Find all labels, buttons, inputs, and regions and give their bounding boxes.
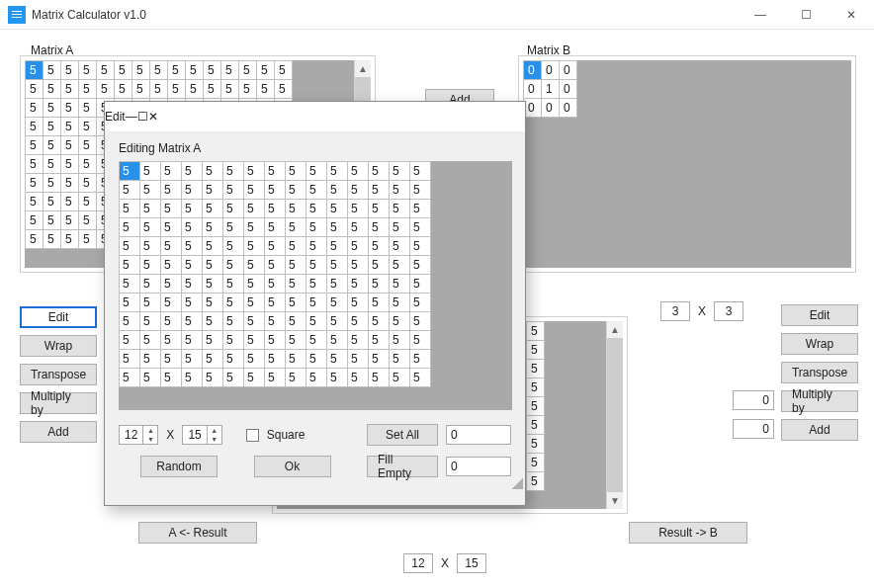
grid-cell[interactable]: 5 bbox=[369, 331, 390, 350]
grid-cell[interactable]: 5 bbox=[390, 275, 410, 294]
grid-cell[interactable]: 5 bbox=[348, 256, 369, 275]
grid-cell[interactable]: 5 bbox=[79, 155, 97, 174]
result-cols-field[interactable]: 15 bbox=[457, 553, 486, 573]
grid-cell[interactable]: 5 bbox=[140, 331, 161, 350]
grid-cell[interactable]: 5 bbox=[44, 155, 61, 174]
grid-cell[interactable]: 5 bbox=[161, 200, 182, 218]
chevron-up-icon[interactable]: ▲ bbox=[143, 426, 157, 435]
grid-cell[interactable]: 5 bbox=[265, 256, 286, 275]
grid-cell[interactable]: 5 bbox=[140, 312, 161, 331]
grid-cell[interactable]: 5 bbox=[161, 312, 182, 331]
grid-cell[interactable]: 5 bbox=[182, 237, 203, 256]
grid-cell[interactable]: 5 bbox=[369, 256, 390, 275]
result-to-b-button[interactable]: Result -> B bbox=[629, 522, 747, 544]
grid-cell[interactable]: 5 bbox=[348, 294, 369, 312]
grid-cell[interactable]: 5 bbox=[410, 312, 431, 331]
grid-cell[interactable]: 5 bbox=[327, 275, 348, 294]
square-checkbox[interactable] bbox=[246, 429, 259, 442]
grid-cell[interactable]: 5 bbox=[348, 350, 369, 369]
matrix-b-add-button[interactable]: Add bbox=[781, 419, 858, 441]
matrix-a-transpose-button[interactable]: Transpose bbox=[20, 364, 97, 385]
grid-cell[interactable]: 5 bbox=[327, 237, 348, 256]
grid-cell[interactable]: 5 bbox=[286, 218, 306, 237]
grid-cell[interactable]: 5 bbox=[369, 218, 390, 237]
chevron-down-icon[interactable]: ▼ bbox=[208, 435, 221, 444]
grid-cell[interactable]: 5 bbox=[257, 80, 275, 99]
grid-cell[interactable]: 5 bbox=[390, 350, 410, 369]
edit-dialog-titlebar[interactable]: Edit — ☐ ✕ bbox=[105, 102, 525, 131]
grid-cell[interactable]: 5 bbox=[61, 230, 79, 249]
grid-cell[interactable]: 5 bbox=[161, 256, 182, 275]
matrix-b-multiply-field[interactable]: 0 bbox=[733, 390, 774, 410]
grid-cell[interactable]: 5 bbox=[410, 331, 431, 350]
grid-cell[interactable]: 5 bbox=[26, 174, 44, 193]
scroll-up-icon[interactable]: ▲ bbox=[355, 60, 371, 77]
grid-cell[interactable]: 0 bbox=[524, 80, 542, 99]
grid-cell[interactable]: 5 bbox=[223, 200, 244, 218]
grid-cell[interactable]: 5 bbox=[203, 237, 223, 256]
edit-grid[interactable]: 5555555555555555555555555555555555555555… bbox=[119, 161, 512, 410]
grid-cell[interactable]: 5 bbox=[244, 312, 265, 331]
grid-cell[interactable]: 5 bbox=[161, 294, 182, 312]
grid-cell[interactable]: 5 bbox=[348, 275, 369, 294]
grid-cell[interactable]: 5 bbox=[348, 218, 369, 237]
maximize-button[interactable]: ☐ bbox=[783, 0, 829, 30]
grid-cell[interactable]: 0 bbox=[560, 61, 577, 80]
grid-cell[interactable]: 5 bbox=[79, 61, 97, 80]
grid-cell[interactable]: 5 bbox=[140, 294, 161, 312]
grid-cell[interactable]: 5 bbox=[115, 80, 132, 99]
matrix-a-multiply-button[interactable]: Multiply by bbox=[20, 392, 97, 414]
grid-cell[interactable]: 5 bbox=[306, 275, 327, 294]
grid-cell[interactable]: 5 bbox=[244, 162, 265, 181]
fill-empty-button[interactable]: Fill Empty bbox=[367, 456, 438, 477]
grid-cell[interactable]: 5 bbox=[327, 256, 348, 275]
grid-cell[interactable]: 5 bbox=[140, 218, 161, 237]
grid-cell[interactable]: 5 bbox=[327, 312, 348, 331]
grid-cell[interactable]: 5 bbox=[369, 237, 390, 256]
grid-cell[interactable]: 0 bbox=[560, 99, 577, 118]
grid-cell[interactable]: 5 bbox=[168, 80, 186, 99]
grid-cell[interactable]: 5 bbox=[120, 369, 140, 387]
grid-cell[interactable]: 5 bbox=[327, 369, 348, 387]
grid-cell[interactable]: 5 bbox=[306, 331, 327, 350]
grid-cell[interactable]: 5 bbox=[390, 369, 410, 387]
grid-cell[interactable]: 5 bbox=[182, 331, 203, 350]
matrix-a-add-button[interactable]: Add bbox=[20, 421, 97, 443]
fill-empty-field[interactable]: 0 bbox=[446, 457, 511, 476]
chevron-up-icon[interactable]: ▲ bbox=[208, 426, 221, 435]
grid-cell[interactable]: 5 bbox=[244, 331, 265, 350]
grid-cell[interactable]: 5 bbox=[265, 312, 286, 331]
grid-cell[interactable]: 5 bbox=[79, 174, 97, 193]
matrix-b-multiply-button[interactable]: Multiply by bbox=[781, 390, 858, 412]
grid-cell[interactable]: 5 bbox=[61, 61, 79, 80]
grid-cell[interactable]: 5 bbox=[26, 80, 44, 99]
grid-cell[interactable]: 5 bbox=[44, 174, 61, 193]
grid-cell[interactable]: 5 bbox=[306, 256, 327, 275]
grid-cell[interactable]: 5 bbox=[390, 312, 410, 331]
grid-cell[interactable]: 5 bbox=[120, 237, 140, 256]
grid-cell[interactable]: 5 bbox=[26, 193, 44, 211]
grid-cell[interactable]: 5 bbox=[348, 369, 369, 387]
grid-cell[interactable]: 5 bbox=[97, 61, 115, 80]
grid-cell[interactable]: 5 bbox=[223, 369, 244, 387]
grid-cell[interactable]: 5 bbox=[527, 397, 545, 416]
grid-cell[interactable]: 5 bbox=[203, 369, 223, 387]
grid-cell[interactable]: 5 bbox=[410, 350, 431, 369]
scroll-up-icon[interactable]: ▲ bbox=[607, 321, 623, 338]
grid-cell[interactable]: 5 bbox=[348, 237, 369, 256]
grid-cell[interactable]: 5 bbox=[306, 181, 327, 200]
minimize-button[interactable]: — bbox=[738, 0, 783, 30]
grid-cell[interactable]: 5 bbox=[390, 294, 410, 312]
grid-cell[interactable]: 5 bbox=[168, 61, 186, 80]
grid-cell[interactable]: 5 bbox=[286, 369, 306, 387]
grid-cell[interactable]: 5 bbox=[140, 181, 161, 200]
grid-cell[interactable]: 5 bbox=[286, 331, 306, 350]
grid-cell[interactable]: 5 bbox=[44, 193, 61, 211]
grid-cell[interactable]: 5 bbox=[265, 200, 286, 218]
grid-cell[interactable]: 5 bbox=[286, 200, 306, 218]
grid-cell[interactable]: 5 bbox=[369, 369, 390, 387]
grid-cell[interactable]: 5 bbox=[265, 294, 286, 312]
grid-cell[interactable]: 5 bbox=[26, 211, 44, 230]
set-all-field[interactable]: 0 bbox=[446, 425, 511, 445]
grid-cell[interactable]: 5 bbox=[79, 136, 97, 155]
